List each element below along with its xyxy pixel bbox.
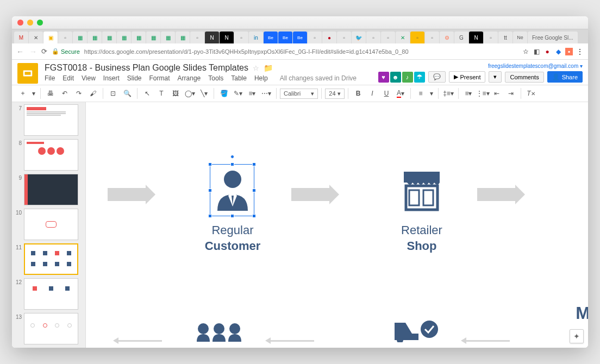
browser-tab[interactable]: ▫ [381,32,395,43]
slide-panel[interactable]: 7 8 9 10 11 12 13 14 [12,102,86,348]
extension-icon[interactable]: ● [543,48,551,55]
bold-button[interactable]: B [352,87,365,100]
menu-insert[interactable]: Insert [103,74,120,82]
resize-handle[interactable] [208,214,212,218]
slide-thumbnail[interactable] [24,104,78,136]
browser-tab[interactable]: ▫ [190,32,204,43]
star-icon[interactable]: ☆ [522,48,529,55]
browser-tab[interactable]: ▦ [88,32,102,43]
chat-button[interactable]: 💬 [428,71,446,83]
image-tool[interactable]: 🖼 [169,87,182,100]
comments-button[interactable]: Comments [505,72,543,83]
browser-tab[interactable]: in [249,32,263,43]
menu-file[interactable]: File [45,74,55,82]
slide-thumbnail[interactable] [24,313,78,344]
bulleted-list-button[interactable]: ⋮≡▾ [476,87,489,100]
browser-tab[interactable]: ✕ [29,32,43,43]
folder-icon[interactable]: 📁 [264,64,273,72]
present-button[interactable]: ▶ Present [449,71,486,83]
url-field[interactable]: https://docs.google.com/presentation/d/1… [84,48,517,55]
decrease-indent-button[interactable]: ⇤ [490,87,503,100]
user-account-link[interactable]: freegslidestemplatescom@gmail.com ▾ [488,63,583,69]
browser-tab[interactable]: ▫ [58,32,72,43]
browser-tab-active[interactable]: ▣ [43,32,58,43]
collaborator-avatar[interactable]: ♪ [402,72,413,83]
shape-tool[interactable]: ◯▾ [183,87,196,100]
browser-tab[interactable]: Ne [513,32,527,43]
browser-tab[interactable]: ▦ [117,32,131,43]
browser-tab[interactable]: G [454,32,468,43]
resize-handle[interactable] [252,189,256,192]
menu-arrange[interactable]: Arrange [178,74,201,82]
browser-tab[interactable]: ▫ [308,32,322,43]
italic-button[interactable]: I [366,87,379,100]
menu-help[interactable]: Help [254,74,268,82]
browser-tab[interactable]: ▫ [410,32,424,43]
share-button[interactable]: 👤 Share [547,71,583,83]
resize-handle[interactable] [252,162,256,166]
browser-tab[interactable]: ▦ [176,32,190,43]
browser-tab[interactable]: N [205,32,219,43]
browser-menu-icon[interactable]: ⋮ [576,48,584,55]
border-color-button[interactable]: ✎▾ [232,87,245,100]
maximize-window-button[interactable] [37,20,43,26]
slide-thumbnail[interactable] [24,139,78,171]
border-weight-button[interactable]: ≡▾ [246,87,259,100]
arrow-icon[interactable] [291,188,329,201]
slide-thumbnail-active[interactable] [24,243,78,275]
font-family-select[interactable]: Calibri▾ [280,89,318,99]
collaborator-avatar[interactable]: ☻ [390,72,401,83]
menu-table[interactable]: Table [231,74,247,82]
menu-format[interactable]: Format [149,74,170,82]
resize-handle[interactable] [230,162,234,166]
resize-handle[interactable] [252,214,256,218]
resize-handle[interactable] [208,162,212,166]
browser-tab[interactable]: ▫ [425,32,439,43]
browser-tab[interactable]: ▦ [73,32,87,43]
font-size-select[interactable]: 24 ▾ [325,89,345,99]
extension-icon[interactable]: ◧ [533,48,540,55]
people-group-icon[interactable] [195,322,243,342]
browser-tab[interactable]: tt [498,32,512,43]
slide-thumbnail[interactable] [24,209,78,240]
textbox-tool[interactable]: T [155,87,168,100]
browser-tab[interactable]: ▫ [337,32,351,43]
minimize-window-button[interactable] [27,20,33,26]
fill-color-button[interactable]: 🪣 [217,87,230,100]
delivery-check-icon[interactable] [390,318,439,342]
extension-icon[interactable]: ◆ [554,48,562,55]
increase-indent-button[interactable]: ⇥ [504,87,517,100]
slide-canvas-area[interactable]: Regular Customer [86,102,588,348]
browser-tab[interactable]: ▦ [146,32,160,43]
print-button[interactable]: 🖶 [44,87,57,100]
browser-tab[interactable]: Be [293,32,307,43]
browser-tab[interactable]: ● [322,32,336,43]
browser-tab[interactable]: 🐦 [352,32,366,43]
browser-tab[interactable]: ▫ [484,32,498,43]
line-spacing-button[interactable]: ‡≡▾ [442,87,455,100]
browser-tab[interactable]: N [469,32,483,43]
new-slide-dropdown[interactable]: ▾ [30,87,37,100]
browser-tab[interactable]: M [14,32,28,43]
customer-label[interactable]: Regular Customer [195,223,271,254]
menu-view[interactable]: View [82,74,96,82]
line-tool[interactable]: ╲▾ [197,87,210,100]
arrow-left-icon[interactable] [118,340,162,342]
align-dropdown[interactable]: ▾ [428,87,435,100]
slide-thumbnail[interactable] [24,174,78,205]
browser-tab[interactable]: N [220,32,234,43]
slide-canvas[interactable]: Regular Customer [86,102,588,348]
browser-tab[interactable]: Be [278,32,292,43]
forward-button[interactable]: → [29,47,37,56]
zoom-button[interactable]: 🔍 [121,87,134,100]
document-title[interactable]: FGST0018 - Business Plan Google Slides T… [45,63,248,73]
close-window-button[interactable] [17,20,23,26]
underline-button[interactable]: U [380,87,393,100]
align-button[interactable]: ≡ [414,87,427,100]
menu-slide[interactable]: Slide [127,74,142,82]
menu-tools[interactable]: Tools [208,74,223,82]
slides-logo[interactable] [17,63,38,84]
new-slide-button[interactable]: + [16,87,29,100]
redo-button[interactable]: ↷ [72,87,85,100]
secure-indicator[interactable]: 🔒 Secure [52,48,80,55]
